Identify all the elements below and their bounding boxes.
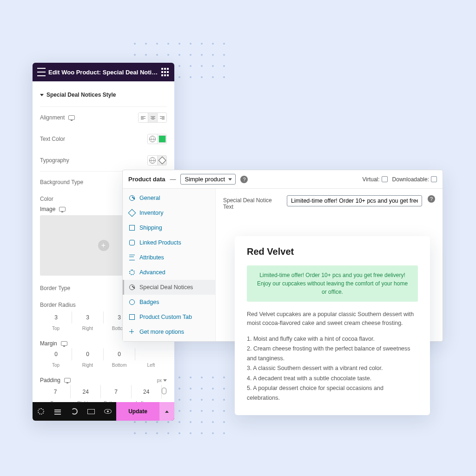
product-data-header: Product data — Simple product ? Virtual:… [123,170,443,189]
gear-icon [38,408,44,415]
tab-general[interactable]: General [123,191,215,205]
align-left-button[interactable] [139,113,148,122]
layers-icon [54,408,61,415]
br-top[interactable]: 3 [40,311,72,324]
virtual-checkbox-label: Virtual: [362,176,387,183]
plus-icon [129,329,135,335]
tab-get-more-options[interactable]: Get more options [123,324,215,339]
tab-badges[interactable]: Badges [123,295,215,310]
elementor-footer: Update [33,402,174,421]
bullet: 3. A classic Southern dessert with a vib… [247,364,418,373]
chevron-down-icon [163,379,167,382]
responsive-icon[interactable] [61,341,67,346]
update-button[interactable]: Update [116,402,159,421]
m-right[interactable]: 0 [72,348,104,361]
link-icon [129,240,135,245]
product-description: Red Velvet cupcakes are a popular classi… [247,310,418,328]
m-top[interactable]: 0 [40,348,72,361]
history-icon [71,408,78,415]
product-data-tabs: General Inventory Shipping Linked Produc… [123,189,216,341]
tab-linked-products[interactable]: Linked Products [123,235,215,250]
typography-label: Typography [40,157,69,164]
padding-inputs: 7 24 7 24 [40,384,167,399]
section-toggle[interactable]: Special Deal Notices Style [40,87,167,107]
p-top[interactable]: 7 [40,385,71,399]
link-icon [162,388,166,394]
text-color-row: Text Color [40,128,167,150]
help-icon[interactable]: ? [240,176,248,183]
edit-typography-button[interactable] [157,156,166,165]
responsive-icon[interactable] [59,207,66,212]
widgets-grid-icon[interactable] [161,68,170,76]
gear-icon [129,270,135,275]
truck-icon [129,225,135,231]
padding-unit-select[interactable]: px [157,378,167,383]
global-typography-button[interactable] [148,156,157,165]
responsive-button[interactable] [83,402,99,421]
add-image-icon: + [98,240,109,251]
m-left[interactable] [135,348,167,361]
br-right[interactable]: 3 [72,311,104,324]
padding-label: Padding [40,377,60,383]
p-right[interactable]: 24 [71,385,101,399]
responsive-icon[interactable] [68,115,75,120]
elementor-header: Edit Woo Product: Special Deal Notices [33,63,174,81]
help-icon[interactable]: ? [428,195,435,203]
notice-text-input[interactable] [287,195,422,206]
update-options-button[interactable] [159,402,174,421]
align-center-button[interactable] [148,113,157,122]
m-bottom[interactable]: 0 [104,348,135,361]
bullet: 2. Cream cheese frosting with the perfec… [247,344,418,364]
bullet: 5. A popular dessert choice for special … [247,383,418,403]
align-right-button[interactable] [157,113,166,122]
margin-inputs: 0 0 0 [40,348,167,361]
pencil-icon [158,157,166,165]
globe-icon [149,136,156,142]
background-type-label: Background Type [40,179,83,185]
product-preview-card: Red Velvet Limited-time offer! Order 10+… [235,236,430,415]
wrench-icon [129,195,135,201]
downloadable-checkbox[interactable] [431,176,437,182]
global-color-button[interactable] [148,134,157,144]
tab-shipping[interactable]: Shipping [123,220,215,235]
badge-icon [129,299,135,305]
list-icon [129,255,135,260]
bullet: 1. Moist and fluffy cake with a hint of … [247,334,418,344]
responsive-icon [87,409,95,414]
product-type-select[interactable]: Simple product [180,174,236,185]
navigator-button[interactable] [49,402,66,421]
caret-down-icon [40,94,44,96]
margin-label: Margin [40,340,57,347]
tab-icon [129,314,135,320]
responsive-icon[interactable] [64,378,71,383]
tab-product-custom-tab[interactable]: Product Custom Tab [123,310,215,324]
alignment-label: Alignment [40,114,65,121]
special-deal-notice: Limited-time offer! Order 10+ pcs and yo… [247,265,418,302]
p-bottom[interactable]: 7 [101,385,131,399]
globe-icon [149,157,156,164]
tab-special-deal-notices[interactable]: Special Deal Notices [123,280,215,295]
settings-button[interactable] [33,402,49,421]
image-label: Image [40,206,55,212]
tab-advanced[interactable]: Advanced [123,265,215,280]
text-color-label: Text Color [40,136,65,142]
panel-title: Edit Woo Product: Special Deal Notices [46,69,161,76]
history-button[interactable] [66,402,83,421]
product-title: Red Velvet [247,246,418,257]
eye-icon [104,409,112,414]
dim-labels: TopRightBottomLeft [40,363,167,368]
notice-text-label: Special Deal Notice Text [223,195,281,210]
product-bullets: 1. Moist and fluffy cake with a hint of … [247,334,418,403]
alignment-row: Alignment [40,107,167,128]
downloadable-checkbox-label: Downloadable: [392,176,437,183]
tab-inventory[interactable]: Inventory [123,205,215,220]
p-left[interactable]: 24 [131,385,161,399]
padding-link-toggle[interactable] [162,385,167,399]
virtual-checkbox[interactable] [382,176,388,182]
border-type-label: Border Type [40,285,70,291]
menu-icon[interactable] [37,68,46,76]
color-swatch-icon [159,135,166,143]
preview-button[interactable] [99,402,116,421]
text-color-swatch[interactable] [157,134,166,144]
tab-attributes[interactable]: Attributes [123,250,215,265]
